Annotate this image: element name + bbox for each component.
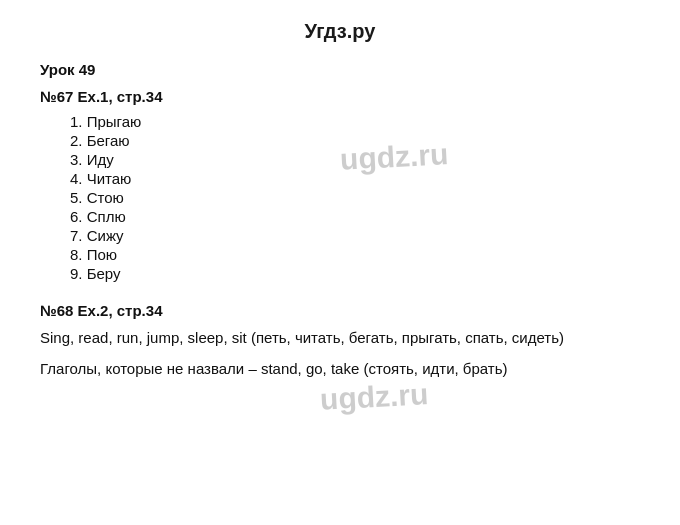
- exercise-1-list: 1. Прыгаю 2. Бегаю 3. Иду 4. Читаю 5. Ст…: [40, 113, 640, 282]
- exercise-1-block: №67 Ex.1, стр.34 1. Прыгаю 2. Бегаю 3. И…: [40, 88, 640, 282]
- item-text: Пою: [87, 246, 117, 263]
- exercise-2-line2: Глаголы, которые не назвали – stand, go,…: [40, 358, 640, 381]
- item-text: Прыгаю: [87, 113, 142, 130]
- item-num: 4.: [70, 170, 83, 187]
- item-text: Иду: [87, 151, 114, 168]
- list-item: 5. Стою: [70, 189, 640, 206]
- lesson-title: Урок 49: [40, 61, 640, 78]
- watermark-2: ugdz.ru: [319, 377, 429, 417]
- list-item: 4. Читаю: [70, 170, 640, 187]
- list-item: 9. Беру: [70, 265, 640, 282]
- item-num: 8.: [70, 246, 83, 263]
- exercise-2-line1: Sing, read, run, jump, sleep, sit (петь,…: [40, 327, 640, 350]
- item-num: 6.: [70, 208, 83, 225]
- item-text: Сижу: [87, 227, 124, 244]
- list-item: 6. Сплю: [70, 208, 640, 225]
- exercise-1-label: №67 Ex.1, стр.34: [40, 88, 640, 105]
- exercise-2-block: №68 Ex.2, стр.34 Sing, read, run, jump, …: [40, 302, 640, 380]
- item-text: Сплю: [87, 208, 126, 225]
- list-item: 8. Пою: [70, 246, 640, 263]
- exercise-2-label: №68 Ex.2, стр.34: [40, 302, 640, 319]
- item-num: 7.: [70, 227, 83, 244]
- list-item: 1. Прыгаю: [70, 113, 640, 130]
- site-title: Угдз.ру: [40, 20, 640, 43]
- list-item: 7. Сижу: [70, 227, 640, 244]
- item-num: 2.: [70, 132, 83, 149]
- item-num: 5.: [70, 189, 83, 206]
- item-text: Стою: [87, 189, 124, 206]
- list-item: 2. Бегаю: [70, 132, 640, 149]
- item-text: Беру: [87, 265, 121, 282]
- item-text: Бегаю: [87, 132, 130, 149]
- item-text: Читаю: [87, 170, 132, 187]
- page-content: ugdz.ru ugdz.ru Угдз.ру Урок 49 №67 Ex.1…: [40, 20, 640, 380]
- item-num: 9.: [70, 265, 83, 282]
- list-item: 3. Иду: [70, 151, 640, 168]
- item-num: 1.: [70, 113, 83, 130]
- item-num: 3.: [70, 151, 83, 168]
